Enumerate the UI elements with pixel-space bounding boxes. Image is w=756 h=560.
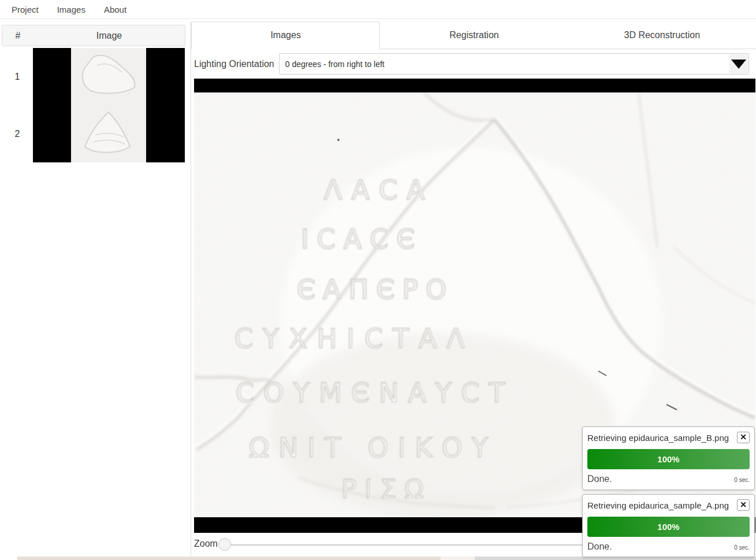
image-thumbnail-1[interactable] bbox=[33, 48, 185, 105]
toast-download-a: Retrieving epidaurica_sample_A.png ✕ 100… bbox=[582, 494, 755, 557]
tab-3d-reconstruction[interactable]: 3D Reconstruction bbox=[568, 21, 756, 49]
progress-bar: 100% bbox=[587, 517, 750, 537]
column-header-index: # bbox=[2, 31, 33, 41]
toast-elapsed-time: 0 sec. bbox=[734, 544, 750, 551]
tab-bar: Images Registration 3D Reconstruction bbox=[191, 21, 756, 49]
dropdown-arrow-button[interactable] bbox=[729, 54, 748, 73]
progress-percent: 100% bbox=[657, 522, 679, 532]
tab-images[interactable]: Images bbox=[191, 21, 380, 49]
lighting-orientation-label: Lighting Orientation bbox=[194, 59, 279, 69]
toast-status: Done. bbox=[587, 474, 612, 484]
tab-registration[interactable]: Registration bbox=[380, 21, 568, 49]
strip-segment bbox=[441, 557, 475, 560]
column-header-image: Image bbox=[33, 31, 185, 41]
image-row-index: 2 bbox=[2, 105, 33, 162]
svg-text:ΛΑСΑ: ΛΑСΑ bbox=[324, 175, 434, 206]
image-row-1[interactable]: 1 bbox=[2, 48, 185, 105]
menu-item-about[interactable]: About bbox=[104, 5, 126, 14]
toast-title: Retrieving epidaurica_sample_A.png bbox=[587, 500, 729, 510]
toast-elapsed-time: 0 sec. bbox=[734, 477, 750, 483]
image-row-2[interactable]: 2 bbox=[2, 105, 185, 162]
lighting-orientation-select[interactable]: 0 degrees - from right to left bbox=[279, 53, 749, 75]
zoom-slider-handle[interactable] bbox=[218, 538, 231, 551]
image-list-panel: # Image 1 2 bbox=[2, 25, 185, 162]
progress-bar: 100% bbox=[587, 449, 750, 469]
toast-title: Retrieving epidaurica_sample_B.png bbox=[587, 433, 729, 443]
svg-text:СΟΥΜЄΝΑΥСΤ: СΟΥΜЄΝΑΥСΤ bbox=[236, 377, 514, 409]
zoom-label: Zoom bbox=[194, 539, 218, 549]
menubar: Project Images About bbox=[0, 0, 756, 19]
image-thumbnail-2[interactable] bbox=[33, 105, 185, 162]
svg-text:ΙСΑСЄ: ΙСΑСЄ bbox=[301, 224, 423, 255]
triangle-down-icon bbox=[731, 60, 746, 69]
close-icon[interactable]: ✕ bbox=[737, 499, 750, 511]
svg-text:СΥΧΗΙСΤΑΛ: СΥΧΗΙСΤΑΛ bbox=[234, 323, 475, 354]
svg-text:ΩΝΙΤ ΟΙΚΟΥ: ΩΝΙΤ ΟΙΚΟΥ bbox=[249, 432, 497, 463]
toast-status: Done. bbox=[587, 542, 612, 552]
svg-text:ΡΙΣΩ: ΡΙΣΩ bbox=[341, 474, 432, 504]
svg-text:ЄΑΠЄΡΟ: ЄΑΠЄΡΟ bbox=[297, 274, 454, 305]
progress-percent: 100% bbox=[657, 454, 679, 464]
close-icon[interactable]: ✕ bbox=[737, 432, 750, 443]
menu-item-images[interactable]: Images bbox=[57, 5, 85, 14]
menu-item-project[interactable]: Project bbox=[12, 5, 39, 14]
lighting-orientation-value: 0 degrees - from right to left bbox=[280, 60, 385, 69]
strip-segment bbox=[17, 557, 441, 560]
toast-download-b: Retrieving epidaurica_sample_B.png ✕ 100… bbox=[582, 427, 755, 490]
image-row-index: 1 bbox=[2, 48, 33, 105]
image-table-header: # Image bbox=[2, 25, 185, 46]
